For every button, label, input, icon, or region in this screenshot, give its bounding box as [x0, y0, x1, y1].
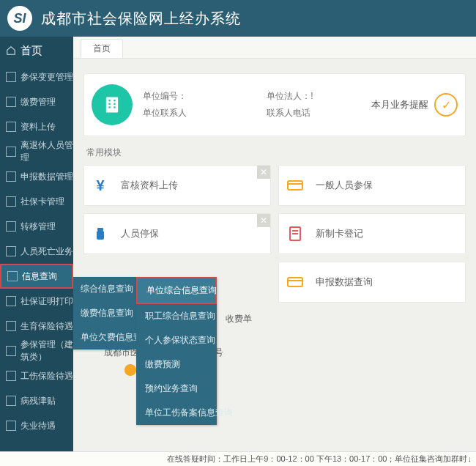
svg-rect-2	[114, 100, 115, 101]
doc-icon	[6, 72, 16, 82]
tile-enroll[interactable]: 一般人员参保	[278, 165, 466, 206]
svg-rect-0	[106, 97, 118, 113]
building-icon	[92, 84, 133, 125]
sidebar-item-4[interactable]: 申报数据管理	[0, 164, 73, 189]
doc-icon	[6, 321, 16, 331]
org-legal-label: 单位法人：!	[267, 90, 371, 103]
reminder-badge-icon[interactable]: ✓	[434, 93, 458, 116]
qq-icon	[124, 364, 136, 376]
sidebar-home[interactable]: 首页	[0, 37, 73, 64]
doc-icon	[286, 225, 304, 243]
doc-icon	[6, 122, 16, 132]
receipt-label: 收费单	[226, 313, 252, 325]
doc-icon	[6, 396, 16, 406]
submenu1-item-2[interactable]: 单位欠费信息查询	[73, 325, 136, 350]
sidebar: 首页 参保变更管理 缴费管理 资料上传 离退休人员管理 申报数据管理 社保卡管理…	[0, 37, 73, 451]
doc-icon	[6, 421, 16, 431]
sidebar-item-13[interactable]: 病残津贴	[0, 388, 73, 413]
org-card: 单位编号： 单位法人：! 单位联系人 联系人电话 本月业务提醒 ✓	[83, 73, 466, 136]
svg-rect-6	[114, 106, 115, 108]
sidebar-item-10[interactable]: 生育保险待遇	[0, 314, 73, 339]
tile-upload[interactable]: ¥ 富核资料上传 ✕	[83, 165, 271, 206]
org-contact-label: 单位联系人	[143, 107, 245, 119]
doc-icon	[6, 97, 16, 107]
footer: 在线答疑时间：工作日上午9：00-12：00 下午13：00-17：00；单位征…	[0, 451, 476, 466]
doc-icon	[6, 147, 16, 157]
sidebar-home-label: 首页	[21, 44, 42, 58]
sidebar-item-5[interactable]: 社保卡管理	[0, 189, 73, 214]
tile-stop[interactable]: 人员停保 ✕	[83, 213, 271, 254]
svg-rect-3	[108, 103, 110, 105]
app-title: 成都市社会保险网上经办系统	[41, 9, 241, 29]
home-icon	[6, 45, 16, 56]
close-icon[interactable]: ✕	[257, 214, 270, 227]
submenu2-item-5[interactable]: 单位工伤备案信息查询	[136, 401, 217, 425]
bottle-icon	[92, 225, 109, 243]
doc-icon	[6, 196, 16, 207]
tile-newcard[interactable]: 新制卡登记	[278, 213, 466, 254]
sidebar-item-12[interactable]: 工伤保险待遇	[0, 363, 73, 388]
main-area: 首页 单位编号： 单位法人：! 单位联系人 联系人电话 本月业务提醒 ✓ 常用模…	[73, 37, 476, 451]
svg-rect-1	[108, 100, 110, 101]
submenu2-item-2[interactable]: 个人参保状态查询	[136, 328, 217, 352]
svg-rect-4	[114, 103, 115, 105]
submenu2-item-0[interactable]: 单位综合信息查询	[136, 277, 217, 304]
sidebar-item-11[interactable]: 参保管理（建筑类）	[0, 339, 73, 363]
sidebar-item-1[interactable]: 缴费管理	[0, 89, 73, 114]
doc-icon	[6, 346, 16, 356]
submenu1-item-1[interactable]: 缴费信息查询	[73, 301, 136, 325]
tabbar: 首页	[73, 37, 476, 59]
doc-icon	[7, 271, 18, 281]
sidebar-item-2[interactable]: 资料上传	[0, 114, 73, 139]
svg-rect-10	[97, 231, 104, 240]
footer-text: 在线答疑时间：工作日上午9：00-12：00 下午13：00-17：00；单位征…	[167, 454, 472, 465]
submenu1-item-0[interactable]: 综合信息查询	[73, 277, 136, 301]
submenu2-item-1[interactable]: 职工综合信息查询	[136, 304, 217, 328]
yen-icon: ¥	[92, 177, 109, 194]
org-info: 单位编号： 单位法人：! 单位联系人 联系人电话	[143, 90, 371, 119]
org-code-label: 单位编号：	[143, 90, 245, 103]
submenu-level1: 综合信息查询 缴费信息查询 单位欠费信息查询	[73, 277, 136, 350]
sidebar-item-8[interactable]: 信息查询	[0, 264, 73, 289]
doc-icon	[6, 371, 16, 381]
app-header: SI 成都市社会保险网上经办系统	[0, 0, 476, 37]
tile-query[interactable]: 申报数据查询	[278, 262, 466, 303]
svg-rect-5	[108, 106, 110, 108]
doc-icon	[6, 246, 16, 256]
submenu-level2: 单位综合信息查询 职工综合信息查询 个人参保状态查询 缴费预测 预约业务查询 单…	[136, 277, 217, 425]
modules-title: 常用模块	[86, 147, 466, 159]
submenu2-item-4[interactable]: 预约业务查询	[136, 377, 217, 401]
close-icon[interactable]: ✕	[257, 166, 270, 179]
doc-icon	[6, 221, 16, 232]
svg-rect-9	[97, 228, 103, 231]
sidebar-item-14[interactable]: 失业待遇	[0, 413, 73, 438]
sidebar-item-9[interactable]: 社保证明打印	[0, 289, 73, 314]
submenu2-item-3[interactable]: 缴费预测	[136, 352, 217, 377]
org-phone-label: 联系人电话	[267, 107, 371, 119]
doc-icon	[6, 171, 16, 182]
reminder-label: 本月业务提醒	[371, 98, 428, 111]
card-icon	[286, 273, 304, 291]
card-icon	[286, 177, 304, 194]
svg-rect-14	[288, 278, 302, 286]
tab-home[interactable]: 首页	[81, 39, 123, 58]
svg-rect-7	[288, 181, 302, 190]
sidebar-item-3[interactable]: 离退休人员管理	[0, 139, 73, 164]
logo-icon: SI	[7, 6, 32, 31]
doc-icon	[6, 296, 16, 306]
sidebar-item-7[interactable]: 人员死亡业务	[0, 239, 73, 264]
sidebar-item-6[interactable]: 转移管理	[0, 214, 73, 239]
sidebar-item-0[interactable]: 参保变更管理	[0, 64, 73, 89]
